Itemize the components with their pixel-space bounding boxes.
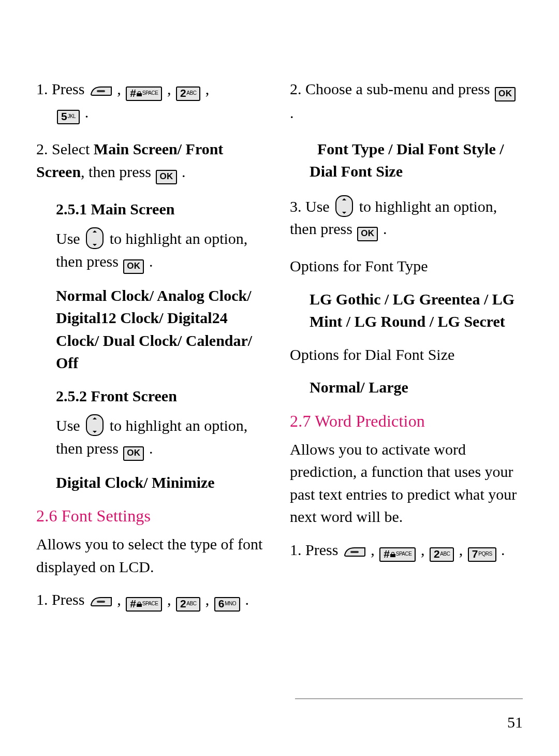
clock-options: Normal Clock/ Analog Clock/ Digital12 Cl… xyxy=(36,284,269,374)
ok-key-icon: OK xyxy=(495,87,516,101)
options-font-type-label: Options for Font Type xyxy=(290,255,523,278)
manual-page: 1. Press , #SPACE , 2ABC , 5JKL . 2. Sel… xyxy=(0,0,559,756)
key-2-icon: 2ABC xyxy=(176,86,200,101)
heading-2-7: 2.7 Word Prediction xyxy=(290,409,523,433)
step-2-a: 2. Select xyxy=(36,140,94,157)
hash-key-icon: #SPACE xyxy=(126,86,162,101)
left-softkey-icon xyxy=(90,84,112,97)
options-dial-font-size-label: Options for Dial Font Size xyxy=(290,343,523,366)
step-r3: 3. Use to highlight an option, then pres… xyxy=(290,195,523,242)
key-2-icon: 2ABC xyxy=(176,597,200,612)
hash-key-icon: #SPACE xyxy=(126,597,162,612)
step-1-label: 1. Press xyxy=(36,80,84,97)
step-2-c: , then press xyxy=(81,163,155,180)
step-1: 1. Press , #SPACE , 2ABC , 5JKL . xyxy=(36,78,269,124)
heading-2-6: 2.6 Font Settings xyxy=(36,504,269,528)
step-2-6-1: 1. Press , #SPACE , 2ABC , 6MNO . xyxy=(36,588,269,612)
key-2-icon: 2ABC xyxy=(430,547,454,562)
font-submenu: Font Type / Dial Font Style / Dial Font … xyxy=(290,138,523,183)
nav-updown-icon xyxy=(86,227,104,249)
key-5-icon: 5JKL xyxy=(57,110,80,124)
page-number: 51 xyxy=(507,714,523,731)
hash-key-icon: #SPACE xyxy=(379,547,416,562)
step-2-7-1: 1. Press , #SPACE , 2ABC , 7PQRS . xyxy=(290,539,523,562)
options-dial-font-size: Normal/ Large xyxy=(290,376,523,399)
ok-key-icon: OK xyxy=(357,227,378,241)
step-r2: 2. Choose a sub-menu and press OK . xyxy=(290,78,523,124)
two-column-layout: 1. Press , #SPACE , 2ABC , 5JKL . 2. Sel… xyxy=(36,78,523,625)
ok-key-icon: OK xyxy=(123,446,144,461)
use-nav-1: Use to highlight an option, then press O… xyxy=(36,227,269,274)
left-column: 1. Press , #SPACE , 2ABC , 5JKL . 2. Sel… xyxy=(36,78,269,625)
nav-updown-icon xyxy=(86,414,104,436)
front-screen-options: Digital Clock/ Minimize xyxy=(36,471,269,494)
right-column: 2. Choose a sub-menu and press OK . Font… xyxy=(290,78,523,625)
footer-rule xyxy=(295,699,523,699)
ok-key-icon: OK xyxy=(123,259,144,274)
left-softkey-icon xyxy=(343,545,366,558)
section-2-6-desc: Allows you to select the type of font di… xyxy=(36,533,269,578)
nav-updown-icon xyxy=(335,195,353,217)
step-2: 2. Select Main Screen/ Front Screen, the… xyxy=(36,138,269,184)
svg-rect-1 xyxy=(97,601,105,603)
key-6-icon: 6MNO xyxy=(214,597,240,612)
svg-rect-2 xyxy=(350,551,359,553)
use-nav-2: Use to highlight an option, then press O… xyxy=(36,414,269,461)
left-softkey-icon xyxy=(90,594,112,608)
heading-2-5-1: 2.5.1 Main Screen xyxy=(36,198,269,221)
svg-rect-0 xyxy=(97,90,105,92)
key-7-icon: 7PQRS xyxy=(468,547,496,562)
section-2-7-desc: Allows you to activate word prediction, … xyxy=(290,438,523,528)
options-font-type: LG Gothic / LG Greentea / LG Mint / LG R… xyxy=(290,288,523,333)
ok-key-icon: OK xyxy=(156,170,176,184)
heading-2-5-2: 2.5.2 Front Screen xyxy=(36,385,269,408)
